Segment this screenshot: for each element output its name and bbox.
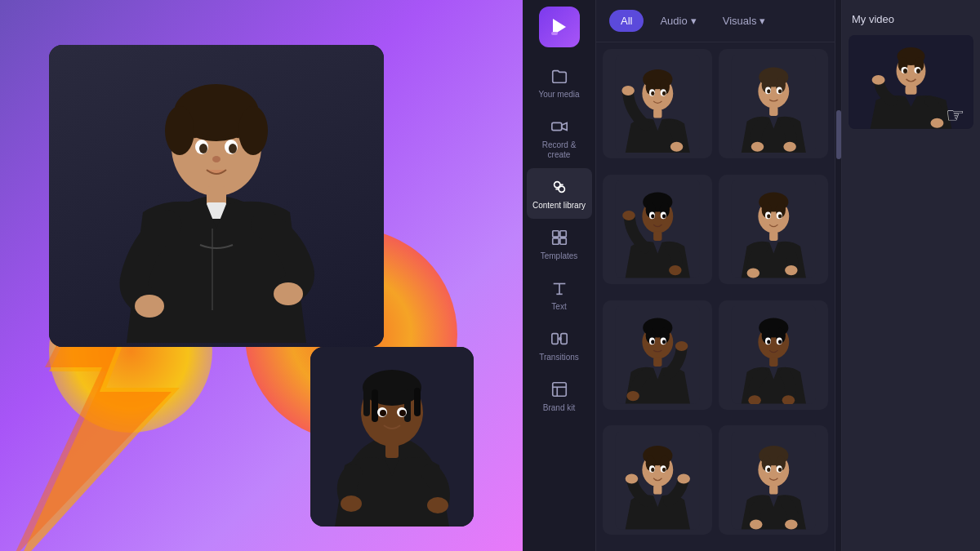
avatar-grid-item-7[interactable] [603, 425, 712, 535]
svg-point-51 [651, 91, 654, 95]
avatar-grid-item-4[interactable] [719, 175, 828, 284]
svg-point-64 [778, 89, 782, 93]
svg-point-30 [341, 495, 362, 512]
avatar-grid-item-6[interactable] [719, 300, 828, 410]
svg-rect-149 [906, 86, 917, 95]
sidebar-item-brand-kit[interactable]: Brand kit [527, 371, 592, 421]
svg-point-148 [916, 69, 920, 73]
svg-point-91 [785, 266, 798, 276]
folder-icon [549, 65, 570, 87]
sidebar-item-templates[interactable]: Templates [527, 219, 592, 269]
svg-point-78 [622, 211, 635, 220]
content-library-icon [549, 176, 570, 198]
filter-visuals-button[interactable]: Visuals ▾ [713, 10, 776, 32]
cursor-hand-icon: ☞ [946, 103, 970, 127]
svg-rect-43 [552, 383, 566, 397]
scroll-track[interactable] [835, 0, 841, 551]
avatar-grid-item-3[interactable] [603, 175, 712, 284]
svg-point-10 [229, 144, 237, 153]
avatar-2-svg [724, 55, 823, 153]
svg-point-29 [427, 497, 448, 513]
avatar-grid-item-2[interactable] [719, 49, 828, 158]
sidebar-item-transitions[interactable]: Transitions [527, 320, 592, 371]
svg-rect-41 [551, 334, 557, 344]
svg-rect-28 [385, 442, 399, 458]
svg-point-66 [751, 142, 764, 152]
sidebar-item-record-create[interactable]: Record &create [527, 108, 592, 168]
svg-rect-37 [552, 231, 558, 237]
svg-rect-101 [653, 358, 662, 367]
svg-point-102 [626, 391, 639, 401]
svg-point-136 [778, 468, 782, 472]
svg-rect-20 [363, 388, 370, 416]
audio-chevron-icon: ▾ [691, 15, 697, 27]
transitions-label: Transitions [539, 353, 579, 362]
filter-audio-button[interactable]: Audio ▾ [650, 10, 706, 32]
svg-point-76 [662, 215, 666, 219]
video-panel-title: My video [842, 0, 980, 32]
video-thumbnail[interactable]: ☞ [849, 35, 973, 129]
filter-all-button[interactable]: All [609, 10, 644, 32]
svg-rect-31 [551, 32, 558, 35]
svg-point-54 [621, 86, 635, 96]
svg-point-11 [212, 156, 220, 162]
templates-icon [549, 227, 570, 248]
visuals-chevron-icon: ▾ [760, 15, 765, 27]
svg-point-75 [651, 215, 654, 219]
svg-point-6 [238, 106, 268, 155]
avatar-grid-item-5[interactable] [603, 300, 712, 410]
brand-icon [549, 379, 570, 400]
svg-rect-77 [653, 232, 662, 241]
small-avatar-card [310, 347, 474, 527]
main-avatar-card [49, 45, 384, 347]
sidebar-item-text[interactable]: Text [527, 269, 592, 320]
svg-point-15 [274, 282, 303, 305]
svg-point-124 [662, 468, 666, 472]
sidebar-item-your-media[interactable]: Your media [527, 57, 592, 108]
svg-point-90 [746, 269, 760, 278]
avatar-grid-item-8[interactable] [719, 425, 828, 535]
svg-rect-89 [769, 232, 777, 241]
svg-point-147 [903, 69, 907, 73]
svg-point-87 [767, 215, 770, 219]
templates-label: Templates [541, 251, 578, 261]
avatar-4-svg [724, 180, 823, 278]
svg-point-151 [930, 118, 943, 128]
app-logo[interactable] [539, 7, 580, 47]
svg-point-34 [559, 186, 564, 192]
svg-point-103 [675, 341, 688, 351]
svg-point-63 [767, 89, 770, 93]
sidebar-item-content-library[interactable]: Content library [527, 168, 592, 219]
svg-rect-32 [551, 122, 561, 130]
avatar-8-svg [724, 431, 823, 530]
svg-rect-53 [653, 109, 662, 118]
avatar-6-svg [724, 305, 823, 404]
svg-point-79 [669, 266, 682, 276]
svg-point-150 [872, 75, 885, 85]
svg-point-52 [662, 91, 666, 95]
svg-rect-137 [769, 485, 777, 494]
svg-point-139 [785, 519, 798, 529]
svg-point-27 [399, 410, 406, 416]
sidebar: Your media Record &create [523, 0, 596, 551]
svg-point-138 [750, 519, 763, 529]
svg-rect-39 [552, 238, 558, 244]
svg-rect-21 [372, 389, 378, 422]
svg-point-135 [767, 468, 770, 472]
scroll-thumb[interactable] [836, 110, 841, 159]
avatar-grid-item-1[interactable] [603, 49, 712, 158]
main-content: All Audio ▾ Visuals ▾ [596, 0, 835, 551]
svg-point-26 [380, 410, 386, 416]
small-avatar-svg [310, 347, 474, 527]
avatar-7-svg [608, 431, 707, 530]
content-library-label: Content library [532, 201, 586, 211]
video-panel: My video ☞ [841, 0, 980, 551]
svg-rect-23 [414, 388, 421, 416]
avatar-main-bg [49, 45, 384, 347]
svg-point-9 [199, 144, 207, 153]
svg-rect-113 [769, 358, 777, 367]
svg-rect-40 [559, 238, 565, 244]
avatar-5-svg [608, 305, 707, 404]
brand-kit-label: Brand kit [543, 403, 575, 413]
audio-label: Audio [660, 15, 687, 27]
